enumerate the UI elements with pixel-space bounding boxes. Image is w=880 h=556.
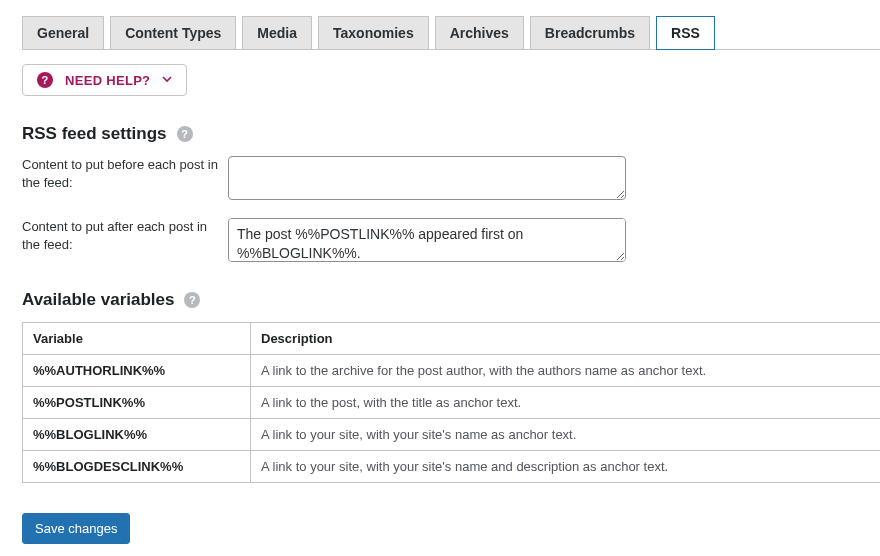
after-post-label: Content to put after each post in the fe… bbox=[22, 218, 220, 253]
var-desc: A link to the post, with the title as an… bbox=[251, 387, 881, 419]
need-help-label: NEED HELP? bbox=[65, 73, 150, 88]
vars-heading-text: Available variables bbox=[22, 290, 174, 310]
rss-heading-text: RSS feed settings bbox=[22, 124, 167, 144]
tab-general[interactable]: General bbox=[22, 16, 104, 50]
help-icon[interactable]: ? bbox=[184, 292, 200, 308]
help-icon[interactable]: ? bbox=[177, 126, 193, 142]
table-row: %%BLOGLINK%% A link to your site, with y… bbox=[23, 419, 881, 451]
tab-archives[interactable]: Archives bbox=[435, 16, 524, 50]
var-name: %%BLOGDESCLINK%% bbox=[23, 451, 251, 483]
var-desc: A link to the archive for the post autho… bbox=[251, 355, 881, 387]
tab-taxonomies[interactable]: Taxonomies bbox=[318, 16, 429, 50]
before-post-label: Content to put before each post in the f… bbox=[22, 156, 220, 191]
after-post-textarea[interactable] bbox=[228, 218, 626, 262]
var-name: %%POSTLINK%% bbox=[23, 387, 251, 419]
col-variable: Variable bbox=[23, 323, 251, 355]
table-row: %%BLOGDESCLINK%% A link to your site, wi… bbox=[23, 451, 881, 483]
var-name: %%BLOGLINK%% bbox=[23, 419, 251, 451]
variables-table: Variable Description %%AUTHORLINK%% A li… bbox=[22, 322, 880, 483]
tab-breadcrumbs[interactable]: Breadcrumbs bbox=[530, 16, 650, 50]
var-desc: A link to your site, with your site's na… bbox=[251, 451, 881, 483]
var-desc: A link to your site, with your site's na… bbox=[251, 419, 881, 451]
table-row: %%POSTLINK%% A link to the post, with th… bbox=[23, 387, 881, 419]
tab-content-types[interactable]: Content Types bbox=[110, 16, 236, 50]
table-row: %%AUTHORLINK%% A link to the archive for… bbox=[23, 355, 881, 387]
var-name: %%AUTHORLINK%% bbox=[23, 355, 251, 387]
available-variables-heading: Available variables ? bbox=[22, 290, 880, 310]
before-post-textarea[interactable] bbox=[228, 156, 626, 200]
need-help-button[interactable]: ? NEED HELP? bbox=[22, 64, 187, 96]
tab-rss[interactable]: RSS bbox=[656, 16, 715, 50]
save-changes-button[interactable]: Save changes bbox=[22, 513, 130, 544]
tab-media[interactable]: Media bbox=[242, 16, 312, 50]
question-icon: ? bbox=[37, 72, 53, 88]
chevron-down-icon bbox=[162, 73, 172, 87]
rss-feed-settings-heading: RSS feed settings ? bbox=[22, 124, 880, 144]
settings-tabs: General Content Types Media Taxonomies A… bbox=[22, 16, 880, 50]
col-description: Description bbox=[251, 323, 881, 355]
